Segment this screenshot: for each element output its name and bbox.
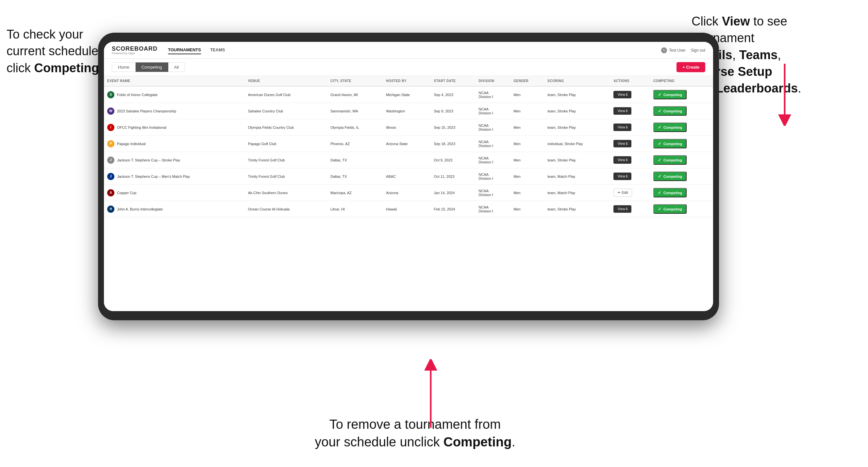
table-row: S Folds of Honor Collegiate American Dun…	[104, 86, 713, 103]
competing-badge[interactable]: ✓ Competing	[653, 123, 687, 132]
event-name: 2023 Sahalee Players Championship	[117, 109, 176, 113]
table-body: S Folds of Honor Collegiate American Dun…	[104, 86, 713, 217]
competing-badge[interactable]: ✓ Competing	[653, 139, 687, 148]
division-cell-1: NCAADivision I	[475, 103, 510, 119]
table-header-row: EVENT NAME VENUE CITY, STATE HOSTED BY S…	[104, 76, 713, 86]
scoring-cell-3: individual, Stroke Play	[544, 136, 610, 152]
competing-badge[interactable]: ✓ Competing	[653, 106, 687, 116]
team-logo: W	[107, 107, 114, 115]
nav-teams[interactable]: TEAMS	[210, 46, 225, 54]
gender-cell-2: Men	[510, 119, 545, 136]
view-button[interactable]: View ℹ	[613, 156, 631, 164]
nav-right: U Test User Sign out	[661, 48, 705, 53]
competing-cell-4: ✓ Competing	[650, 152, 713, 168]
hosted-by-cell-3: Arizona State	[383, 136, 430, 152]
city-state-cell-4: Dallas, TX	[327, 152, 383, 168]
event-name-cell-5: J Jackson T. Stephens Cup – Men's Match …	[104, 168, 245, 185]
event-name-cell-0: S Folds of Honor Collegiate	[104, 86, 245, 103]
scoring-cell-4: team, Stroke Play	[544, 152, 610, 168]
scoring-cell-0: team, Stroke Play	[544, 86, 610, 103]
filter-tabs: Home Competing All	[112, 62, 185, 72]
event-name-cell-4: J Jackson T. Stephens Cup – Stroke Play	[104, 152, 245, 168]
city-state-cell-2: Olympia Fields, IL	[327, 119, 383, 136]
table-row: W 2023 Sahalee Players Championship Saha…	[104, 103, 713, 119]
actions-cell-7: View ℹ	[610, 201, 650, 217]
user-info: U Test User	[661, 48, 686, 53]
event-name-cell-1: W 2023 Sahalee Players Championship	[104, 103, 245, 119]
team-logo: P	[107, 140, 114, 147]
table-row: A Copper Cup Ak-Chin Southern DunesMaric…	[104, 185, 713, 201]
event-name: OFCC Fighting Illini Invitational	[117, 125, 166, 129]
actions-cell-6: ✏ Edit	[610, 185, 650, 201]
start-date-cell-6: Jan 14, 2024	[431, 185, 475, 201]
create-button[interactable]: + Create	[677, 62, 705, 72]
team-logo: A	[107, 189, 114, 196]
col-scoring: SCORING	[544, 76, 610, 86]
division-cell-6: NCAADivision I	[475, 185, 510, 201]
username: Test User	[669, 48, 686, 53]
tab-all[interactable]: All	[168, 62, 185, 72]
venue-cell-5: Trinity Forest Golf Club	[245, 168, 327, 185]
event-name-cell-2: I OFCC Fighting Illini Invitational	[104, 119, 245, 136]
gender-cell-1: Men	[510, 103, 545, 119]
edit-button[interactable]: ✏ Edit	[613, 189, 632, 197]
start-date-cell-3: Sep 18, 2023	[431, 136, 475, 152]
division-cell-3: NCAADivision I	[475, 136, 510, 152]
city-state-cell-7: Lihue, HI	[327, 201, 383, 217]
tab-home[interactable]: Home	[112, 62, 135, 72]
event-name: Jackson T. Stephens Cup – Stroke Play	[117, 158, 180, 162]
view-button[interactable]: View ℹ	[613, 140, 631, 147]
brand-title: SCOREBOARD	[112, 46, 157, 52]
tab-competing[interactable]: Competing	[135, 62, 168, 72]
team-logo: J	[107, 173, 114, 180]
start-date-cell-4: Oct 9, 2023	[431, 152, 475, 168]
col-hosted-by: HOSTED BY	[383, 76, 430, 86]
city-state-cell-3: Phoenix, AZ	[327, 136, 383, 152]
competing-badge[interactable]: ✓ Competing	[653, 155, 687, 165]
sign-out-link[interactable]: Sign out	[691, 48, 705, 53]
col-city-state: CITY, STATE	[327, 76, 383, 86]
event-name: Copper Cup	[117, 191, 136, 195]
brand: SCOREBOARD Powered by clippi	[112, 46, 157, 55]
scoring-cell-5: team, Match Play	[544, 168, 610, 185]
event-name-cell-3: P Papago Individual	[104, 136, 245, 152]
table-row: J Jackson T. Stephens Cup – Stroke Play …	[104, 152, 713, 168]
col-competing: COMPETING	[650, 76, 713, 86]
start-date-cell-1: Sep 9, 2023	[431, 103, 475, 119]
division-cell-2: NCAADivision I	[475, 119, 510, 136]
competing-badge[interactable]: ✓ Competing	[653, 172, 687, 181]
tournament-table: EVENT NAME VENUE CITY, STATE HOSTED BY S…	[104, 76, 713, 217]
competing-cell-0: ✓ Competing	[650, 86, 713, 103]
col-actions: ACTIONS	[610, 76, 650, 86]
brand-subtitle: Powered by clippi	[112, 52, 157, 55]
competing-cell-6: ✓ Competing	[650, 185, 713, 201]
toolbar: Home Competing All + Create	[104, 59, 713, 76]
col-event-name: EVENT NAME	[104, 76, 245, 86]
venue-cell-7: Ocean Course At Hokuala	[245, 201, 327, 217]
competing-cell-7: ✓ Competing	[650, 201, 713, 217]
nav-links: TOURNAMENTS TEAMS	[168, 46, 661, 54]
hosted-by-cell-6: Arizona	[383, 185, 430, 201]
gender-cell-5: Men	[510, 168, 545, 185]
view-button[interactable]: View ℹ	[613, 173, 631, 180]
scoring-cell-6: team, Match Play	[544, 185, 610, 201]
start-date-cell-2: Sep 15, 2023	[431, 119, 475, 136]
competing-badge[interactable]: ✓ Competing	[653, 90, 687, 99]
view-button[interactable]: View ℹ	[613, 124, 631, 131]
view-button[interactable]: View ℹ	[613, 107, 631, 115]
tournament-table-wrapper: EVENT NAME VENUE CITY, STATE HOSTED BY S…	[104, 76, 713, 311]
venue-cell-1: Sahalee Country Club	[245, 103, 327, 119]
division-cell-7: NCAADivision I	[475, 201, 510, 217]
scoring-cell-7: team, Stroke Play	[544, 201, 610, 217]
hosted-by-cell-4	[383, 152, 430, 168]
competing-badge[interactable]: ✓ Competing	[653, 188, 687, 197]
col-gender: GENDER	[510, 76, 545, 86]
competing-cell-1: ✓ Competing	[650, 103, 713, 119]
nav-tournaments[interactable]: TOURNAMENTS	[168, 46, 201, 54]
view-button[interactable]: View ℹ	[613, 91, 631, 98]
division-cell-0: NCAADivision I	[475, 86, 510, 103]
view-button[interactable]: View ℹ	[613, 205, 631, 213]
competing-badge[interactable]: ✓ Competing	[653, 204, 687, 214]
scoring-cell-1: team, Stroke Play	[544, 103, 610, 119]
venue-cell-0: American Dunes Golf Club	[245, 86, 327, 103]
